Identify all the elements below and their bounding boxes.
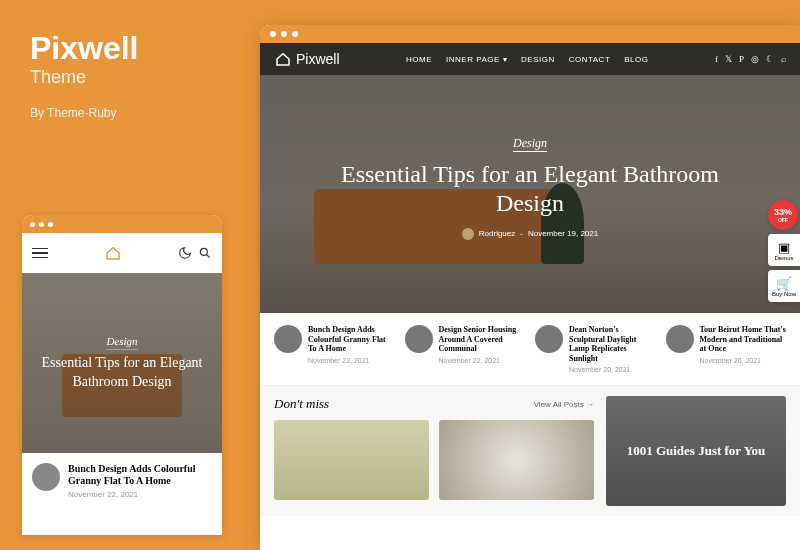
main-nav: Pixwell HOME INNER PAGE ▾ DESIGN CONTACT… xyxy=(260,43,800,75)
dark-mode-icon[interactable] xyxy=(178,246,192,260)
article-date: November 22, 2021 xyxy=(308,357,395,364)
article-date: November 22, 2021 xyxy=(439,357,526,364)
view-all-link[interactable]: View All Posts → xyxy=(534,400,594,409)
demos-icon: ▣ xyxy=(778,240,790,255)
desktop-preview: Pixwell HOME INNER PAGE ▾ DESIGN CONTACT… xyxy=(260,25,800,550)
social-icons: f 𝕏 P ◎ ☾ ⌕ xyxy=(715,54,786,64)
promo-subtitle: Theme xyxy=(30,67,139,88)
nav-item-inner[interactable]: INNER PAGE ▾ xyxy=(446,55,507,64)
twitter-icon[interactable]: 𝕏 xyxy=(725,54,732,64)
mobile-header xyxy=(22,233,222,273)
sale-label: OFF xyxy=(778,217,788,223)
facebook-icon[interactable]: f xyxy=(715,54,718,64)
article-thumb xyxy=(535,325,563,353)
nav-item-home[interactable]: HOME xyxy=(406,55,432,64)
search-icon[interactable]: ⌕ xyxy=(781,54,786,64)
site-logo[interactable]: Pixwell xyxy=(274,50,340,68)
buy-label: Buy Now xyxy=(772,291,796,297)
nav-item-blog[interactable]: BLOG xyxy=(624,55,648,64)
dark-mode-icon[interactable]: ☾ xyxy=(766,54,774,64)
hero-meta: Rodriguez - November 19, 2021 xyxy=(462,228,598,240)
svg-line-1 xyxy=(207,255,210,258)
hero-title[interactable]: Essential Tips for an Elegant Bathroom D… xyxy=(34,354,210,390)
demos-label: Demos xyxy=(774,255,793,261)
article-thumb xyxy=(274,325,302,353)
article-row: Bunch Design Adds Colourful Granny Flat … xyxy=(260,313,800,386)
svg-point-0 xyxy=(200,248,207,255)
article-date: November 20, 2021 xyxy=(700,357,787,364)
hero-category[interactable]: Design xyxy=(106,335,137,350)
article-card[interactable]: Bunch Design Adds Colourful Granny Flat … xyxy=(274,325,395,373)
post-card[interactable] xyxy=(439,420,594,500)
promo-title: Pixwell xyxy=(30,30,139,67)
article-thumb xyxy=(32,463,60,491)
article-card[interactable]: Tour Beirut Home That's Modern and Tradi… xyxy=(666,325,787,373)
nav-item-design[interactable]: DESIGN xyxy=(521,55,555,64)
promo-author: By Theme-Ruby xyxy=(30,106,139,120)
desktop-hero[interactable]: Design Essential Tips for an Elegant Bat… xyxy=(260,43,800,313)
article-card[interactable]: Design Senior Housing Around A Covered C… xyxy=(405,325,526,373)
sale-badge[interactable]: 33% OFF xyxy=(768,200,798,230)
search-icon[interactable] xyxy=(198,246,212,260)
hero-category[interactable]: Design xyxy=(513,136,547,152)
article-card[interactable]: Dean Norton's Sculptural Daylight Lamp R… xyxy=(535,325,656,373)
desktop-window-chrome xyxy=(260,25,800,43)
article-title[interactable]: Bunch Design Adds Colourful Granny Flat … xyxy=(68,463,212,487)
sale-percent: 33% xyxy=(774,207,792,217)
dont-miss-section: Don't miss View All Posts → xyxy=(274,396,594,506)
mobile-window-chrome xyxy=(22,215,222,233)
floating-buttons: 33% OFF ▣ Demos 🛒 Buy Now xyxy=(768,200,800,302)
hero-date: November 19, 2021 xyxy=(528,229,598,238)
menu-icon[interactable] xyxy=(32,248,48,259)
article-title[interactable]: Bunch Design Adds Colourful Granny Flat … xyxy=(308,325,395,354)
article-date: November 22, 2021 xyxy=(68,490,212,499)
avatar-icon xyxy=(462,228,474,240)
nav-item-contact[interactable]: CONTACT xyxy=(569,55,611,64)
hero-title[interactable]: Essential Tips for an Elegant Bathroom D… xyxy=(341,160,719,218)
logo-icon xyxy=(274,50,292,68)
logo-text: Pixwell xyxy=(296,51,340,67)
instagram-icon[interactable]: ◎ xyxy=(751,54,759,64)
article-title[interactable]: Tour Beirut Home That's Modern and Tradi… xyxy=(700,325,787,354)
promo-block: Pixwell Theme By Theme-Ruby xyxy=(30,30,139,120)
demos-button[interactable]: ▣ Demos xyxy=(768,234,800,266)
nav-links: HOME INNER PAGE ▾ DESIGN CONTACT BLOG xyxy=(406,55,648,64)
article-thumb xyxy=(405,325,433,353)
post-card[interactable] xyxy=(274,420,429,500)
pinterest-icon[interactable]: P xyxy=(739,54,744,64)
mobile-article-card[interactable]: Bunch Design Adds Colourful Granny Flat … xyxy=(22,453,222,509)
logo-icon[interactable] xyxy=(104,244,122,262)
hero-overlay: Design Essential Tips for an Elegant Bat… xyxy=(260,43,800,313)
section-heading: Don't miss xyxy=(274,396,329,412)
sidebar-title: 1001 Guides Just for You xyxy=(627,443,766,459)
article-title[interactable]: Dean Norton's Sculptural Daylight Lamp R… xyxy=(569,325,656,363)
mobile-hero[interactable]: Design Essential Tips for an Elegant Bat… xyxy=(22,273,222,453)
sidebar-promo-card[interactable]: 1001 Guides Just for You xyxy=(606,396,786,506)
buy-button[interactable]: 🛒 Buy Now xyxy=(768,270,800,302)
mobile-preview: Design Essential Tips for an Elegant Bat… xyxy=(22,215,222,535)
article-date: November 20, 2021 xyxy=(569,366,656,373)
cart-icon: 🛒 xyxy=(776,276,792,291)
content-section: Don't miss View All Posts → 1001 Guides … xyxy=(260,386,800,516)
article-title[interactable]: Design Senior Housing Around A Covered C… xyxy=(439,325,526,354)
hero-author[interactable]: Rodriguez xyxy=(479,229,515,238)
article-thumb xyxy=(666,325,694,353)
